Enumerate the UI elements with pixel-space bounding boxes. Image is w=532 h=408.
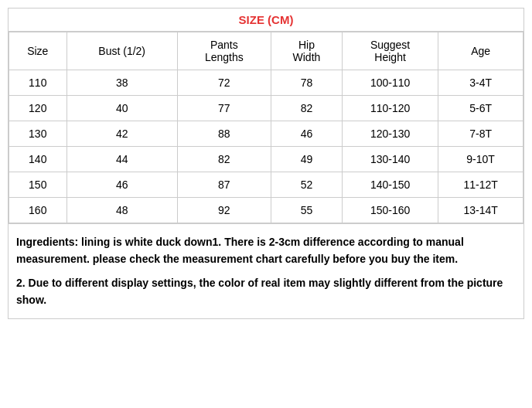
note-1: Ingredients: lining is white duck down1.… xyxy=(16,233,516,268)
table-row: 120407782110-1205-6T xyxy=(9,96,523,121)
note-2: 2. Due to different display settings, th… xyxy=(16,274,516,309)
header-age: Age xyxy=(438,32,523,70)
table-cell: 130 xyxy=(9,121,67,147)
table-cell: 46 xyxy=(271,121,342,147)
header-pants-lengths: PantsLengths xyxy=(177,32,271,70)
chart-title: SIZE (CM) xyxy=(9,8,523,32)
table-row: 110387278100-1103-4T xyxy=(9,70,523,96)
table-cell: 150 xyxy=(9,172,67,198)
header-suggest-height: SuggestHeight xyxy=(342,32,438,70)
table-cell: 48 xyxy=(66,198,177,223)
table-cell: 92 xyxy=(177,198,271,223)
table-cell: 120-130 xyxy=(342,121,438,147)
table-cell: 5-6T xyxy=(438,96,523,121)
table-cell: 38 xyxy=(66,70,177,96)
table-cell: 110-120 xyxy=(342,96,438,121)
table-cell: 110 xyxy=(9,70,67,96)
table-cell: 140-150 xyxy=(342,172,438,198)
table-cell: 44 xyxy=(66,147,177,172)
table-cell: 77 xyxy=(177,96,271,121)
table-cell: 9-10T xyxy=(438,147,523,172)
table-cell: 160 xyxy=(9,198,67,223)
table-cell: 100-110 xyxy=(342,70,438,96)
table-row: 160489255150-16013-14T xyxy=(9,198,523,223)
table-cell: 46 xyxy=(66,172,177,198)
size-chart-container: SIZE (CM) Size Bust (1/2) PantsLengths H… xyxy=(8,8,524,319)
size-table: Size Bust (1/2) PantsLengths HipWidth Su… xyxy=(9,32,523,223)
table-cell: 3-4T xyxy=(438,70,523,96)
table-cell: 42 xyxy=(66,121,177,147)
table-cell: 49 xyxy=(271,147,342,172)
table-body: 110387278100-1103-4T120407782110-1205-6T… xyxy=(9,70,523,223)
table-row: 140448249130-1409-10T xyxy=(9,147,523,172)
table-cell: 40 xyxy=(66,96,177,121)
table-cell: 130-140 xyxy=(342,147,438,172)
table-cell: 11-12T xyxy=(438,172,523,198)
table-row: 130428846120-1307-8T xyxy=(9,121,523,147)
table-cell: 55 xyxy=(271,198,342,223)
header-hip-width: HipWidth xyxy=(271,32,342,70)
table-cell: 120 xyxy=(9,96,67,121)
header-size: Size xyxy=(9,32,67,70)
table-cell: 88 xyxy=(177,121,271,147)
table-cell: 82 xyxy=(271,96,342,121)
table-cell: 78 xyxy=(271,70,342,96)
table-cell: 13-14T xyxy=(438,198,523,223)
table-cell: 87 xyxy=(177,172,271,198)
table-cell: 82 xyxy=(177,147,271,172)
header-bust: Bust (1/2) xyxy=(66,32,177,70)
table-cell: 7-8T xyxy=(438,121,523,147)
table-cell: 150-160 xyxy=(342,198,438,223)
table-row: 150468752140-15011-12T xyxy=(9,172,523,198)
table-cell: 72 xyxy=(177,70,271,96)
table-cell: 140 xyxy=(9,147,67,172)
table-cell: 52 xyxy=(271,172,342,198)
notes-section: Ingredients: lining is white duck down1.… xyxy=(9,223,523,318)
table-header-row: Size Bust (1/2) PantsLengths HipWidth Su… xyxy=(9,32,523,70)
